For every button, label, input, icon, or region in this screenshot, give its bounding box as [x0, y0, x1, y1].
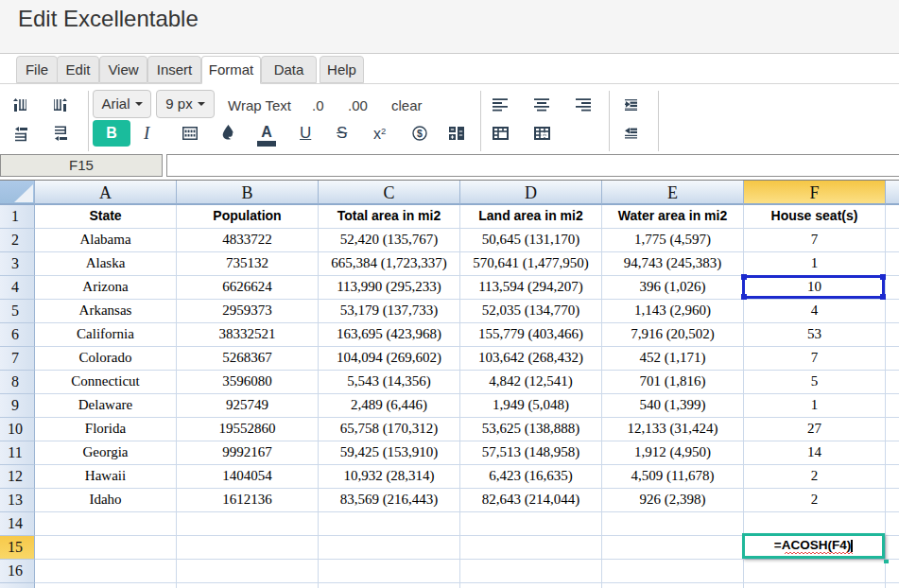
svg-text:$: $: [417, 128, 423, 139]
